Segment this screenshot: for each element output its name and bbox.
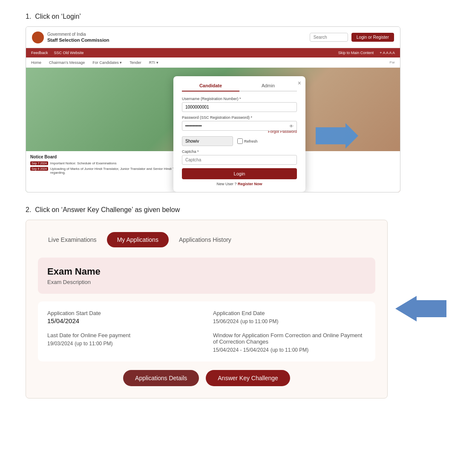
tab-live-examinations[interactable]: Live Examinations (38, 232, 107, 247)
app-start-label: Application Start Date (47, 310, 200, 316)
captcha-display (182, 136, 233, 146)
exam-description: Exam Description (47, 279, 366, 285)
ssc-logo-icon (32, 32, 44, 43)
exam-name: Exam Name (47, 266, 366, 277)
correction-label: Window for Application Form Correction a… (213, 332, 366, 345)
tab-admin[interactable]: Admin (239, 83, 297, 91)
fee-date-item: Last Date for Online Fee payment 19/03/2… (47, 332, 200, 353)
nav-candidates: For Candidates ▾ (92, 60, 122, 65)
tab-my-applications[interactable]: My Applications (107, 232, 169, 247)
app-start-date-item: Application Start Date 15/04/2024 (47, 310, 200, 324)
exam-details: Application Start Date 15/04/2024 Applic… (38, 301, 375, 361)
app-start-value: 15/04/2024 (47, 317, 200, 324)
register-text: New User ? Register Now (182, 182, 297, 186)
step-1-label: 1. Click on ‘Login’ (26, 13, 446, 20)
notice-badge-1: Sep 7 2024 (30, 161, 48, 165)
login-modal: × Candidate Admin Username (Registration… (173, 76, 305, 192)
ssc-logo-area: Government of India Staff Selection Comm… (32, 32, 109, 43)
nav-chairman: Chairman's Message (49, 60, 85, 65)
app-end-value: 15/06/2024 (up to 11:00 PM) (213, 317, 366, 324)
ssc-login-register-button[interactable]: Login or Register (351, 33, 394, 42)
captcha-input[interactable] (182, 155, 297, 165)
applications-details-button[interactable]: Applications Details (123, 370, 199, 386)
correction-value: 15/04/2024 - 15/04/2024 (up to 11:00 PM) (213, 346, 366, 353)
ssc-search-input[interactable] (310, 33, 348, 42)
tab-applications-history[interactable]: Applications History (169, 232, 242, 247)
notice-badge-2: Sep 6 2024 (30, 167, 48, 171)
step-2-text: Click on ‘Answer Key Challenge’ as given… (35, 206, 180, 213)
modal-close-icon[interactable]: × (298, 80, 301, 86)
password-label: Password (SSC Registration Password) * (182, 115, 297, 120)
step-text: Click on ‘Login’ (35, 13, 81, 20)
ssc-nav-bar: Home Chairman's Message For Candidates ▾… (26, 57, 400, 68)
tab-candidate[interactable]: Candidate (182, 83, 239, 92)
ssc-body: Notice Board Sep 7 2024 Important Notice… (26, 68, 400, 192)
step-2-number: 2. (26, 206, 31, 213)
fee-value: 19/03/2024 (up to 11:00 PM) (47, 339, 200, 347)
username-input[interactable] (182, 102, 297, 112)
step2-arrow (395, 296, 446, 323)
tabs-row: Live Examinations My Applications Applic… (38, 232, 375, 247)
nav-tender: Tender (130, 60, 141, 65)
topbar-screen-reader: Skip to Main Content (338, 51, 374, 55)
login-button[interactable]: Login (182, 168, 297, 179)
answer-key-challenge-button[interactable]: Answer Key Challenge (206, 370, 290, 386)
action-row: Applications Details Answer Key Challeng… (38, 370, 375, 386)
username-label: Username (Registration Number) * (182, 97, 297, 101)
eye-icon[interactable]: 👁 (289, 123, 294, 128)
captcha-label: Captcha * (182, 149, 297, 154)
correction-window-item: Window for Application Form Correction a… (213, 332, 366, 353)
ssc-header: Government of India Staff Selection Comm… (26, 27, 400, 48)
refresh-checkbox[interactable] (237, 138, 243, 144)
ssc-topbar: Feedback SSC Old Website Skip to Main Co… (26, 48, 400, 57)
captcha-row: Refresh (182, 136, 297, 146)
step-2: 2. Click on ‘Answer Key Challenge’ as gi… (26, 206, 446, 399)
nav-rti: RTI ▾ (149, 60, 158, 65)
svg-marker-1 (395, 296, 446, 321)
step1-arrow (316, 123, 358, 150)
svg-marker-0 (316, 123, 358, 149)
app-end-date-item: Application End Date 15/06/2024 (up to 1… (213, 310, 366, 324)
app-end-label: Application End Date (213, 310, 366, 316)
refresh-radio[interactable]: Refresh (237, 138, 258, 144)
details-grid: Application Start Date 15/04/2024 Applic… (47, 310, 366, 353)
nav-home: Home (31, 60, 41, 65)
topbar-feedback: Feedback (31, 51, 48, 55)
step-2-label: 2. Click on ‘Answer Key Challenge’ as gi… (26, 206, 446, 214)
nav-par: Par (390, 60, 395, 64)
fee-label: Last Date for Online Fee payment (47, 332, 200, 338)
exam-card: Exam Name Exam Description (38, 258, 375, 294)
ssc-screenshot: Government of India Staff Selection Comm… (26, 26, 400, 192)
step2-container: Live Examinations My Applications Applic… (26, 220, 388, 399)
password-input[interactable] (182, 121, 297, 131)
step-1: 1. Click on ‘Login’ Government of India … (26, 13, 446, 192)
topbar-old-website: SSC Old Website (54, 51, 84, 55)
modal-tabs: Candidate Admin (182, 83, 297, 92)
register-now-link[interactable]: Register Now (238, 182, 262, 186)
ssc-logo-text: Government of India Staff Selection Comm… (47, 32, 109, 43)
topbar-font-size: + A A A A (380, 51, 395, 55)
step-number: 1. (26, 13, 31, 20)
